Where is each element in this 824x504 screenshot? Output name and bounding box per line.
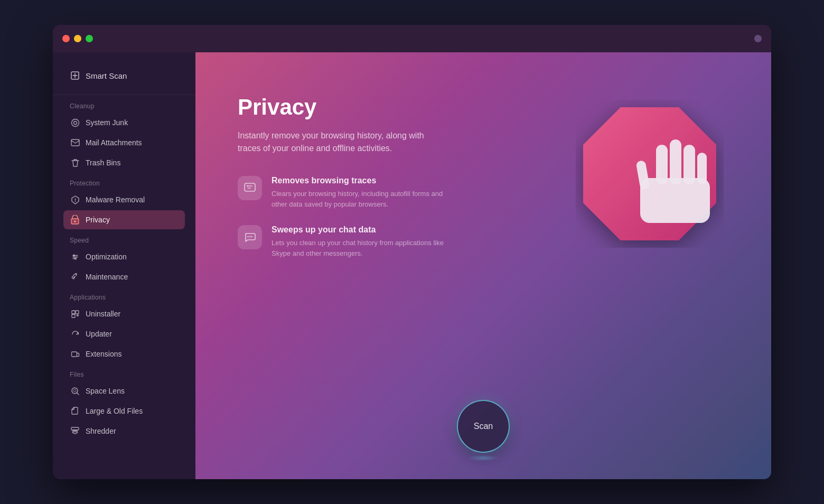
sidebar-item-uninstaller[interactable]: Uninstaller [63,304,185,323]
sidebar-item-smart-scan[interactable]: Smart Scan [63,66,185,85]
svg-rect-3 [71,139,79,146]
space-lens-icon [70,386,80,396]
chat-data-title: Sweeps up your chat data [271,225,449,235]
optimization-icon [70,251,80,262]
svg-rect-15 [245,183,255,191]
svg-point-17 [247,236,248,237]
main-content: Privacy Instantly remove your browsing h… [195,52,771,479]
scan-button-wrap: Scan [457,400,510,453]
sidebar-item-extensions[interactable]: Extensions [63,344,185,363]
sidebar-item-large-old-files[interactable]: Large & Old Files [63,402,185,421]
cleanup-section-label: Cleanup [70,102,185,110]
svg-point-2 [73,121,77,124]
sidebar-top: Smart Scan [53,62,195,95]
svg-rect-11 [71,352,77,357]
browsing-traces-title: Removes browsing traces [271,176,449,185]
sidebar-item-malware-removal[interactable]: Malware Removal [63,190,185,209]
large-files-icon [70,406,80,416]
browsing-traces-icon [238,176,262,200]
sidebar-item-space-lens[interactable]: Space Lens [63,381,185,400]
app-window: Smart Scan Cleanup System Junk [53,25,771,479]
applications-section-label: Applications [70,294,185,301]
maintenance-icon [70,272,80,282]
files-section-label: Files [70,371,185,378]
shredder-icon [70,426,80,436]
smart-scan-label: Smart Scan [86,71,127,80]
updater-icon [70,329,80,339]
mail-attachments-label: Mail Attachments [86,138,142,147]
malware-icon [70,194,80,205]
content-left: Privacy Instantly remove your browsing h… [238,84,449,274]
svg-point-13 [73,389,76,392]
privacy-main-icon [570,95,729,253]
svg-point-16 [247,185,248,186]
smart-scan-icon [70,70,80,81]
trash-bins-label: Trash Bins [86,158,120,167]
fullscreen-button[interactable] [86,35,93,42]
svg-point-19 [251,236,252,237]
close-button[interactable] [62,35,70,42]
sidebar-item-updater[interactable]: Updater [63,324,185,343]
svg-rect-8 [72,311,75,314]
content-area: Privacy Instantly remove your browsing h… [238,84,729,389]
privacy-label: Privacy [86,216,110,224]
extensions-label: Extensions [86,350,121,358]
traffic-lights [62,35,93,42]
svg-point-18 [249,236,250,237]
protection-section-label: Protection [70,180,185,187]
speed-section-label: Speed [70,237,185,244]
sidebar-section-speed: Speed Optimization [53,237,195,286]
titlebar-dot [754,35,762,42]
svg-rect-10 [72,314,75,318]
malware-removal-label: Malware Removal [86,195,145,204]
feature-browsing-traces: Removes browsing traces Clears your brow… [238,176,449,209]
sidebar-section-protection: Protection Malware Removal [53,180,195,229]
system-junk-label: System Junk [86,118,128,127]
sidebar-item-trash-bins[interactable]: Trash Bins [63,153,185,172]
svg-point-5 [74,221,76,222]
feature-chat-data: Sweeps up your chat data Lets you clean … [238,225,449,258]
sidebar-item-optimization[interactable]: Optimization [63,247,185,266]
space-lens-label: Space Lens [86,387,125,395]
system-junk-icon [70,117,80,128]
sidebar-item-maintenance[interactable]: Maintenance [63,267,185,286]
uninstaller-label: Uninstaller [86,310,120,318]
sidebar-item-system-junk[interactable]: System Junk [63,113,185,132]
scan-button[interactable]: Scan [457,400,510,453]
uninstaller-icon [70,309,80,319]
titlebar [53,25,771,52]
minimize-button[interactable] [74,35,81,42]
sidebar-item-privacy[interactable]: Privacy [63,210,185,229]
sidebar-section-files: Files Space Lens [53,371,195,441]
privacy-icon-sidebar [70,214,80,225]
sidebar-item-mail-attachments[interactable]: Mail Attachments [63,133,185,152]
svg-rect-14 [71,427,79,430]
svg-rect-22 [670,139,681,184]
svg-point-1 [71,119,79,126]
mail-icon [70,137,80,148]
window-body: Smart Scan Cleanup System Junk [53,52,771,479]
sidebar-item-shredder[interactable]: Shredder [63,422,185,441]
optimization-label: Optimization [86,253,127,261]
shredder-label: Shredder [86,427,116,435]
content-right [570,84,729,253]
sidebar-section-cleanup: Cleanup System Junk [53,102,195,172]
chat-data-desc: Lets you clean up your chat history from… [271,238,449,258]
svg-rect-26 [640,178,710,223]
sidebar: Smart Scan Cleanup System Junk [53,52,195,479]
maintenance-label: Maintenance [86,273,128,281]
sidebar-section-applications: Applications Uninstaller [53,294,195,363]
chat-data-icon [238,225,262,249]
extensions-icon [70,349,80,359]
browsing-traces-text: Removes browsing traces Clears your brow… [271,176,449,209]
svg-rect-9 [76,311,79,314]
chat-data-text: Sweeps up your chat data Lets you clean … [271,225,449,258]
trash-icon [70,157,80,168]
page-title: Privacy [238,95,449,120]
page-subtitle: Instantly remove your browsing history, … [238,129,449,155]
updater-label: Updater [86,330,112,338]
large-old-files-label: Large & Old Files [86,407,143,415]
browsing-traces-desc: Clears your browsing history, including … [271,189,449,209]
